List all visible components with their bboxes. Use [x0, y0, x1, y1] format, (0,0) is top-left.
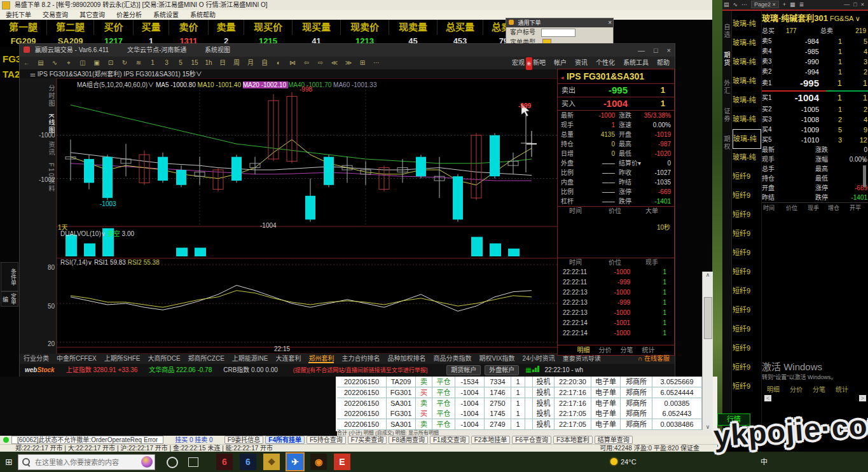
order-cell[interactable]: 买 [416, 408, 432, 419]
market-category-tab[interactable]: 期权 [722, 135, 731, 151]
scrollbar-thumb[interactable] [863, 165, 866, 187]
ask-level-row[interactable]: 卖4-98514 [762, 46, 868, 57]
menu-item[interactable]: 新吧 [533, 59, 546, 66]
close-icon[interactable]: × [608, 18, 612, 27]
watchlist-item[interactable]: 玻璃-纯 [733, 110, 760, 128]
market-tab[interactable]: 上期所SHFE [104, 355, 141, 362]
collapse-icon[interactable]: ◄ [560, 75, 565, 81]
market-category-tab[interactable]: 期货 [722, 52, 731, 67]
toolbar-icon[interactable]: ≋ [134, 57, 144, 69]
tab-分笔[interactable]: 分笔 [813, 386, 825, 393]
close-icon[interactable]: × [667, 46, 671, 54]
order-cell[interactable]: -1534 [455, 377, 485, 387]
overseas-account-button[interactable]: 外盘帐户 [485, 365, 519, 375]
watchlist-item[interactable]: 玻璃-纯 [733, 91, 760, 109]
tab-明细[interactable]: 明细 [767, 386, 780, 393]
order-cell[interactable]: 202206150 [337, 419, 387, 430]
instrument-code[interactable]: FG&SA ∨ [828, 15, 860, 22]
client-id-combo[interactable] [541, 29, 575, 37]
market-tab[interactable]: 商品分类指数 [433, 355, 471, 362]
menu-item[interactable]: 系统帮助 [190, 11, 216, 18]
order-cell[interactable]: 1745 [485, 408, 511, 419]
order-cell[interactable]: 买 [416, 387, 432, 398]
menu-item[interactable]: 系统工具 [623, 59, 649, 66]
toolbar-nav-icon[interactable]: ⋯ [371, 57, 382, 69]
order-cell[interactable]: -1004 [455, 387, 485, 398]
watchlist-item[interactable]: 玻璃-纯 [733, 15, 760, 33]
toolbar-icon[interactable]: ▣ [92, 57, 102, 69]
order-cell[interactable]: 202206150 [337, 408, 387, 419]
order-cell[interactable]: 7334 [485, 377, 511, 387]
toolbar-icon[interactable]: ⊡ [106, 57, 116, 69]
period-button[interactable]: 1 [148, 57, 158, 69]
trading-bird-icon[interactable]: ✈ [287, 454, 303, 470]
chart-area[interactable] [57, 78, 559, 354]
panel-toolbar-icon[interactable]: ▦ [790, 1, 796, 8]
watchlist-item[interactable]: 短纤9 [733, 320, 760, 338]
task-view-icon[interactable] [188, 457, 198, 467]
order-cell[interactable]: 电子单 [591, 387, 621, 398]
esunny-titlebar[interactable]: 易盛下单 8.2 - [帐号:98902009 转云永(汇达)] [交易:浙江易… [0, 0, 712, 10]
side-tool-label[interactable]: 条件单 [1, 262, 18, 291]
bid-level-row[interactable]: 买3-100824 [762, 115, 868, 125]
order-cell[interactable]: 22:17:05 [555, 419, 591, 430]
ime-indicator[interactable]: 中 [761, 452, 768, 472]
toolbar-nav-icon[interactable]: ≪ [329, 57, 340, 69]
minimize-icon[interactable]: — [844, 1, 850, 8]
watchlist-item[interactable]: 短纤9 [733, 282, 760, 300]
tab-page2[interactable]: Page2 × [751, 1, 779, 8]
fkey-button[interactable]: F4所有挂单 [265, 436, 305, 444]
market-category-tab[interactable]: 证券 [722, 108, 731, 123]
online-service-link[interactable]: ∩ 在线客服 [638, 354, 670, 364]
bid-level-row[interactable]: 买1-100411 [762, 92, 868, 104]
chart-titlebar[interactable]: 赢顺云端交易 - Var6.6.411 文华云节点-河南新通 系统视图 —□× [20, 44, 675, 57]
order-cell[interactable]: 22:17:16 [555, 398, 591, 409]
watchlist-item[interactable]: 玻璃-纯 [733, 148, 760, 167]
side-tool-label[interactable]: 定单编 [1, 291, 18, 307]
order-cell[interactable] [525, 377, 533, 387]
indicator-name[interactable]: RSI(7,14)∨ [60, 259, 94, 266]
watchlist-item[interactable]: 玻璃-纯 [733, 53, 760, 71]
fkey-button[interactable]: F6平仓查询 [512, 436, 551, 444]
maximize-icon[interactable]: □ [654, 46, 658, 54]
watchlist-item[interactable]: 短纤9 [733, 167, 760, 186]
ma-name[interactable]: MA组合(5,10,20,40,60,0)∨ [77, 81, 156, 88]
order-cell[interactable] [525, 387, 533, 398]
fkey-button[interactable]: F7买卖查询 [348, 436, 387, 444]
order-cell[interactable]: 卖 [416, 398, 432, 409]
watchlist-item[interactable]: 短纤9 [733, 301, 760, 319]
order-cell[interactable]: 3.0525669 [652, 377, 702, 387]
orange-circle-icon[interactable]: ◉ [310, 454, 327, 470]
order-cell[interactable]: 202206150 [337, 377, 387, 387]
order-cell[interactable]: 平仓 [432, 387, 455, 398]
market-tab[interactable]: 主力合约排名 [341, 355, 380, 362]
menu-item[interactable]: 其它查询 [79, 11, 105, 18]
bid-row[interactable]: 买入-10041 [558, 97, 674, 111]
market-tab[interactable]: 中金所CFFEX [57, 355, 97, 362]
order-cell[interactable]: 卖 [416, 377, 432, 387]
fkey-button[interactable]: F1成交查询 [430, 436, 469, 444]
order-cell[interactable]: 郑商所 [621, 377, 652, 387]
panel-toolbar-icon[interactable]: ∿ [733, 1, 738, 8]
order-cell[interactable]: 平仓 [432, 419, 455, 430]
cloud-node-label[interactable]: 文华云节点-河南新通 [127, 46, 186, 53]
wenhua-blue-icon[interactable]: 6 [240, 454, 256, 470]
ask-level-row[interactable]: 卖5-98415 [762, 36, 868, 46]
menu-item[interactable]: 个性化 [596, 59, 615, 66]
period-button[interactable]: 周 [231, 57, 242, 69]
period-button[interactable]: 5 [176, 57, 186, 69]
period-button[interactable]: 1h [203, 57, 214, 69]
order-cell[interactable]: TA209 [387, 377, 416, 387]
market-tab[interactable]: 大商所DCE [148, 355, 180, 362]
close-icon[interactable]: × [861, 1, 864, 8]
fkey-button[interactable]: F2本地挂单 [471, 436, 511, 444]
order-cell[interactable]: 郑商所 [621, 408, 652, 419]
minimize-icon[interactable]: — [638, 46, 645, 54]
period-button[interactable]: 月 [245, 57, 256, 69]
bid-level-row[interactable]: 买2-100512 [762, 104, 868, 115]
toolbar-icon[interactable]: ↻ [120, 57, 130, 69]
order-cell[interactable]: 202206150 [337, 398, 387, 409]
scroll-left-icon[interactable]: < [764, 395, 771, 401]
generic-order-dialog-titlebar[interactable]: 通用下单 × [506, 18, 613, 27]
market-tab[interactable]: 品种加权排名 [387, 355, 425, 362]
